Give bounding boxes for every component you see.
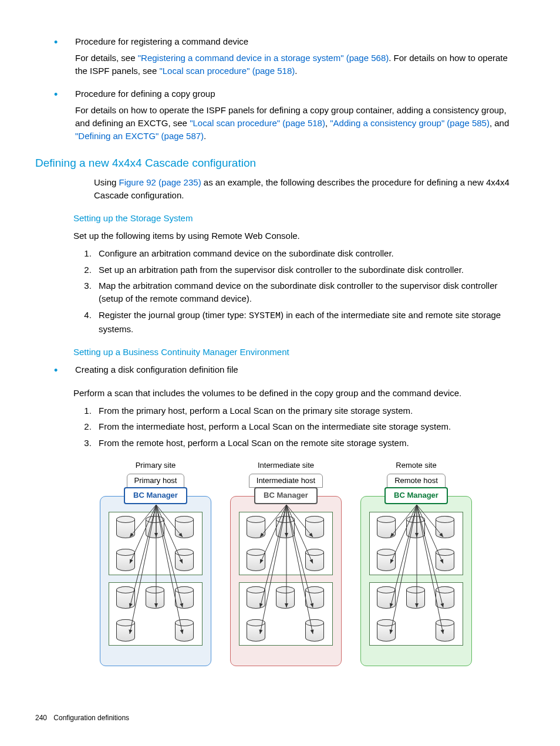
cylinder-icon (436, 619, 454, 642)
link-adding-cg[interactable]: "Adding a consistency group" (page 585) (330, 118, 490, 128)
bc-manager-label: BC Manager (384, 487, 448, 504)
cylinder-icon (406, 516, 425, 538)
cylinder-icon (436, 549, 454, 571)
bullet-title: Procedure for registering a command devi… (75, 35, 519, 48)
site-green: Remote siteRemote hostBC ManagerScan (360, 460, 472, 667)
cylinder-icon (247, 586, 265, 609)
site-blue: Primary sitePrimary hostBC ManagerScan (100, 460, 211, 667)
cylinder-icon (377, 516, 396, 538)
cylinder-icon (146, 516, 164, 538)
bcm-bullets: Creating a disk configuration definition… (75, 363, 519, 376)
site-title: Primary site (136, 460, 176, 471)
link-local-scan-2[interactable]: "Local scan procedure" (page 518) (190, 118, 325, 128)
bcm-list: From the primary host, perform a Local S… (94, 404, 519, 450)
cylinder-icon (247, 516, 265, 538)
bullet-item: Procedure for registering a command devi… (75, 35, 519, 77)
cylinder-icon (305, 516, 324, 538)
site-title: Remote site (396, 460, 436, 471)
bullet-text: For details on how to operate the ISPF p… (75, 104, 519, 142)
storage-intro: Set up the following items by using Remo… (73, 229, 519, 242)
link-register-cmd[interactable]: "Registering a command device in a stora… (138, 53, 389, 63)
cylinder-icon (175, 516, 194, 538)
cylinder-icon (305, 619, 324, 642)
host-label: Remote host (387, 474, 446, 488)
cylinder-icon (276, 516, 295, 538)
cylinder-icon (436, 586, 454, 609)
link-local-scan-1[interactable]: "Local scan procedure" (page 518) (159, 66, 295, 76)
controller-box (239, 512, 333, 575)
list-item: Set up an arbitration path from the supe… (94, 264, 519, 276)
link-defining-exctg[interactable]: "Defining an EXCTG" (page 587) (75, 131, 204, 141)
storage-panel: Scan (360, 496, 472, 666)
cylinder-icon (175, 619, 194, 642)
top-bullets: Procedure for registering a command devi… (75, 35, 519, 142)
cylinder-icon (436, 516, 454, 538)
cylinder-icon (276, 586, 295, 609)
storage-heading: Setting up the Storage System (73, 212, 519, 225)
host-label: Primary host (127, 474, 185, 488)
cylinder-icon (377, 619, 396, 642)
code-system: SYSTEM (249, 311, 281, 321)
list-item: From the remote host, perform a Local Sc… (94, 437, 519, 450)
controller-box (109, 512, 203, 575)
controller-box (239, 582, 333, 646)
cylinder-icon (116, 516, 135, 538)
bullet-item: Procedure for defining a copy group For … (75, 87, 519, 142)
bullet-title: Procedure for defining a copy group (75, 87, 519, 100)
cylinder-icon (305, 549, 324, 571)
cylinder-icon (247, 619, 265, 642)
bullet-item: Creating a disk configuration definition… (75, 363, 519, 376)
cylinder-icon (116, 586, 135, 609)
bullet-text: For details, see "Registering a command … (75, 52, 519, 77)
controller-box (109, 582, 203, 646)
storage-panel: Scan (100, 496, 211, 666)
cylinder-icon (175, 586, 194, 609)
storage-panel: Scan (230, 496, 342, 666)
controller-box (369, 582, 463, 646)
section-intro: Using Figure 92 (page 235) as an example… (94, 176, 519, 202)
controller-box (369, 512, 463, 575)
link-figure-92[interactable]: Figure 92 (page 235) (119, 177, 201, 187)
cylinder-icon (175, 549, 194, 571)
cylinder-icon (247, 549, 265, 571)
section-heading: Defining a new 4x4x4 Cascade configurati… (35, 155, 519, 171)
site-title: Intermediate site (258, 460, 314, 471)
storage-list: Configure an arbitration command device … (94, 247, 519, 336)
cylinder-icon (377, 549, 396, 571)
cylinder-icon (406, 586, 425, 609)
site-red: Intermediate siteIntermediate hostBC Man… (230, 460, 342, 667)
cylinder-icon (116, 549, 135, 571)
cylinder-icon (305, 586, 324, 609)
sites-diagram: Primary sitePrimary hostBC ManagerScanIn… (100, 460, 519, 667)
cylinder-icon (116, 619, 135, 642)
bc-manager-label: BC Manager (124, 487, 187, 504)
bc-manager-label: BC Manager (254, 487, 318, 504)
list-item: From the intermediate host, perform a Lo… (94, 420, 519, 433)
list-item: Map the arbitration command device on th… (94, 279, 519, 305)
list-item: From the primary host, perform a Local S… (94, 404, 519, 417)
bcm-intro: Perform a scan that includes the volumes… (73, 387, 519, 400)
list-item: Configure an arbitration command device … (94, 247, 519, 260)
bcm-heading: Setting up a Business Continuity Manager… (73, 346, 519, 359)
cylinder-icon (146, 586, 164, 609)
list-item: Register the journal group (timer type: … (94, 309, 519, 336)
cylinder-icon (377, 586, 396, 609)
host-label: Intermediate host (249, 474, 323, 488)
